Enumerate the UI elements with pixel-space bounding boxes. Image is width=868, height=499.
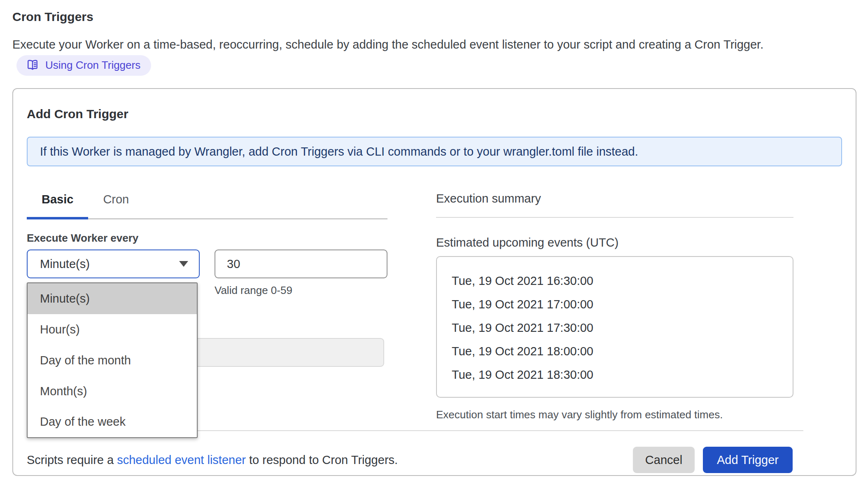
scheduled-event-listener-link[interactable]: scheduled event listener — [117, 453, 246, 466]
using-cron-triggers-link[interactable]: Using Cron Triggers — [16, 55, 151, 76]
frequency-field-row: Minute(s) Minute(s) Hour(s) Day of the m… — [27, 250, 387, 278]
dropdown-option-months[interactable]: Month(s) — [28, 376, 197, 407]
footer-buttons: Cancel Add Trigger — [633, 447, 793, 473]
cron-triggers-page: Cron Triggers Execute your Worker on a t… — [0, 0, 868, 476]
event-timestamp: Tue, 19 Oct 2021 16:30:00 — [452, 269, 793, 293]
execution-summary-title: Execution summary — [436, 192, 793, 218]
add-cron-trigger-card: Add Cron Trigger If this Worker is manag… — [12, 88, 856, 476]
wrangler-info-banner: If this Worker is managed by Wrangler, a… — [27, 137, 842, 166]
requirement-text-after: to respond to Cron Triggers. — [246, 453, 398, 466]
page-description: Execute your Worker on a time-based, reo… — [12, 35, 830, 76]
card-title: Add Cron Trigger — [27, 107, 842, 121]
event-timestamp: Tue, 19 Oct 2021 17:00:00 — [452, 293, 793, 316]
dropdown-option-day-of-week[interactable]: Day of the week — [28, 407, 197, 438]
tab-cron[interactable]: Cron — [88, 189, 144, 219]
chevron-down-icon — [179, 261, 188, 267]
card-columns: Basic Cron Execute Worker every Minute(s… — [27, 189, 842, 421]
dropdown-option-day-of-month[interactable]: Day of the month — [28, 345, 197, 376]
unit-select-wrap: Minute(s) Minute(s) Hour(s) Day of the m… — [27, 250, 200, 278]
estimated-events-box: Tue, 19 Oct 2021 16:30:00 Tue, 19 Oct 20… — [436, 256, 793, 398]
dropdown-option-hours[interactable]: Hour(s) — [28, 314, 197, 345]
valid-range-helper: Valid range 0-59 — [215, 284, 387, 297]
interval-value-input[interactable] — [215, 250, 387, 278]
unit-dropdown-menu: Minute(s) Hour(s) Day of the month Month… — [27, 282, 198, 438]
execution-summary-column: Execution summary Estimated upcoming eve… — [436, 189, 793, 421]
estimated-events-subtitle: Estimated upcoming events (UTC) — [436, 236, 793, 250]
wrangler-info-text: If this Worker is managed by Wrangler, a… — [40, 145, 638, 159]
mode-tabs: Basic Cron — [27, 189, 387, 219]
cancel-button[interactable]: Cancel — [633, 447, 695, 473]
card-footer: Scripts require a scheduled event listen… — [27, 447, 842, 473]
event-timestamp: Tue, 19 Oct 2021 18:00:00 — [452, 340, 793, 363]
dropdown-option-minutes[interactable]: Minute(s) — [28, 283, 197, 314]
using-cron-triggers-label: Using Cron Triggers — [45, 58, 140, 72]
page-description-text: Execute your Worker on a time-based, reo… — [12, 38, 763, 51]
execution-times-note: Execution start times may vary slightly … — [436, 408, 793, 421]
scripts-requirement-text: Scripts require a scheduled event listen… — [27, 453, 398, 467]
requirement-text-before: Scripts require a — [27, 453, 117, 466]
unit-select-value: Minute(s) — [40, 257, 90, 271]
execute-worker-every-label: Execute Worker every — [27, 232, 387, 245]
tab-basic[interactable]: Basic — [27, 189, 88, 219]
event-timestamp: Tue, 19 Oct 2021 18:30:00 — [452, 363, 793, 387]
unit-select[interactable]: Minute(s) — [27, 250, 200, 278]
book-icon — [26, 58, 40, 72]
page-title: Cron Triggers — [12, 9, 856, 25]
trigger-form-column: Basic Cron Execute Worker every Minute(s… — [27, 189, 387, 421]
add-trigger-button[interactable]: Add Trigger — [703, 447, 793, 473]
event-timestamp: Tue, 19 Oct 2021 17:30:00 — [452, 316, 793, 340]
